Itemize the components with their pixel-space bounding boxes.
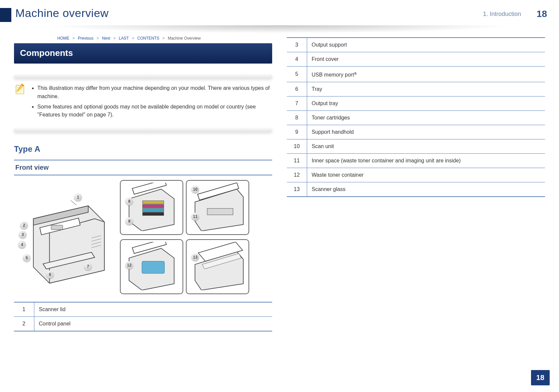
table-row: 13Scanner glass (287, 182, 545, 197)
section-banner-components: Components (14, 43, 272, 64)
part-label: Control panel (34, 317, 272, 331)
page: Machine overview 1. Introduction 18 HOME… (0, 0, 559, 392)
callout-1: 1 (74, 193, 82, 201)
table-row: 9Support handhold (287, 125, 545, 139)
part-label: Output tray (307, 97, 545, 111)
callout-8: 8 (125, 197, 133, 205)
page-header: Machine overview 1. Introduction 18 (0, 0, 559, 26)
front-view-illustration: 1 2 3 4 5 6 7 (14, 180, 272, 296)
view-heading: Front view (14, 160, 272, 175)
breadcrumb: HOME > Previous > Next > LAST > CONTENTS… (57, 36, 272, 41)
type-heading: Type A (14, 144, 272, 154)
part-number: 12 (287, 168, 307, 182)
part-number: 11 (287, 154, 307, 168)
note-icon (14, 83, 27, 96)
part-label: Inner space (waste toner container and i… (307, 154, 545, 168)
crumb-sep: > (97, 36, 99, 41)
part-label: Scanner lid (34, 302, 272, 317)
callout-7: 7 (84, 263, 92, 271)
part-number: 7 (287, 97, 307, 111)
table-row: 6Tray (287, 82, 545, 97)
detail-waste-toner: 12 (120, 239, 183, 294)
svg-rect-18 (143, 212, 164, 216)
part-label: Support handhold (307, 125, 545, 139)
part-label: USB memory porta (307, 67, 545, 82)
crumb-previous[interactable]: Previous (78, 36, 94, 41)
detail-scan-unit: 10 11 (186, 180, 249, 235)
part-label: Toner cartridges (307, 111, 545, 125)
emboss-divider (14, 75, 272, 78)
part-label: Tray (307, 82, 545, 97)
part-label: Waste toner container (307, 168, 545, 182)
callout-13: 13 (191, 253, 199, 261)
callout-3: 3 (19, 231, 27, 239)
header-accent (0, 8, 11, 22)
chapter-label: 1. Introduction (483, 11, 521, 18)
callout-12: 12 (125, 261, 133, 269)
callout-10: 10 (191, 185, 199, 193)
part-number: 9 (287, 125, 307, 139)
page-title: Machine overview (15, 7, 109, 20)
svg-rect-15 (143, 201, 164, 204)
big-page-number: 18 (537, 9, 547, 19)
emboss-divider (14, 128, 272, 132)
callout-9: 9 (125, 217, 133, 225)
callout-4: 4 (18, 241, 26, 249)
detail-scanner-glass: 13 (186, 239, 249, 294)
table-row: 7Output tray (287, 97, 545, 111)
svg-rect-8 (51, 225, 63, 230)
crumb-ocr-heading: Machine Overview (168, 36, 201, 41)
parts-table-right: 3Output support4Front cover5USB memory p… (287, 37, 545, 197)
part-label: Output support (307, 38, 545, 52)
part-number: 3 (287, 38, 307, 52)
table-row: 11Inner space (waste toner container and… (287, 154, 545, 168)
part-number: 6 (287, 82, 307, 97)
crumb-sep: > (113, 36, 116, 41)
part-label: Front cover (307, 52, 545, 67)
part-number: 1 (14, 302, 34, 317)
part-number: 4 (287, 52, 307, 67)
crumb-sep: > (72, 36, 75, 41)
svg-rect-24 (142, 261, 165, 274)
callout-6: 6 (46, 271, 54, 279)
table-row: 8Toner cartridges (287, 111, 545, 125)
callout-5: 5 (23, 254, 31, 262)
table-row: 4Front cover (287, 52, 545, 67)
note-block: This illustration may differ from your m… (14, 83, 272, 121)
part-label: Scan unit (307, 139, 545, 154)
part-number: 10 (287, 139, 307, 154)
crumb-contents[interactable]: CONTENTS (137, 36, 159, 41)
note-item: This illustration may differ from your m… (37, 84, 272, 101)
note-item: Some features and optional goods may not… (37, 103, 272, 119)
right-column: 3Output support4Front cover5USB memory p… (287, 36, 545, 365)
callout-2: 2 (20, 221, 28, 229)
crumb-sep: > (162, 36, 165, 41)
footer-page-number: 18 (531, 370, 550, 385)
footnote-marker: a (354, 71, 356, 76)
svg-rect-17 (143, 209, 164, 212)
table-row: 1 Scanner lid (14, 302, 272, 317)
table-row: 3Output support (287, 38, 545, 52)
left-column: HOME > Previous > Next > LAST > CONTENTS… (14, 36, 272, 365)
part-number: 5 (287, 67, 307, 82)
note-list: This illustration may differ from your m… (31, 83, 272, 121)
printer-main-illus: 1 2 3 4 5 6 7 (14, 180, 117, 291)
part-number: 8 (287, 111, 307, 125)
crumb-home[interactable]: HOME (57, 36, 69, 41)
detail-toner-cartridges: 8 9 (120, 180, 183, 235)
crumb-next[interactable]: Next (102, 36, 110, 41)
part-number: 2 (14, 317, 34, 331)
callout-11: 11 (191, 213, 199, 221)
table-row: 5USB memory porta (287, 67, 545, 82)
svg-rect-16 (143, 205, 164, 208)
part-label: Scanner glass (307, 182, 545, 197)
svg-rect-22 (207, 209, 233, 215)
table-row: 12Waste toner container (287, 168, 545, 182)
parts-table-left: 1 Scanner lid 2 Control panel (14, 302, 272, 331)
table-row: 2 Control panel (14, 317, 272, 331)
crumb-sep: > (132, 36, 134, 41)
part-number: 13 (287, 182, 307, 197)
crumb-last[interactable]: LAST (119, 36, 129, 41)
table-row: 10Scan unit (287, 139, 545, 154)
header-shadow (7, 25, 552, 37)
